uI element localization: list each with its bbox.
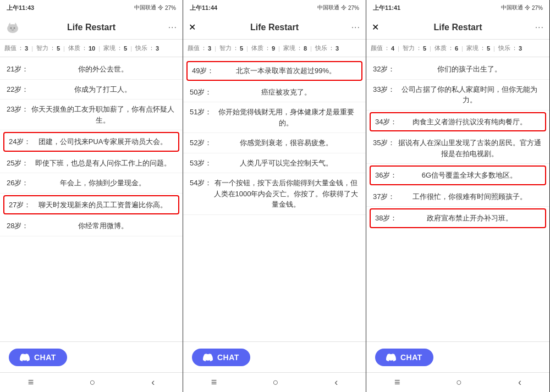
nav-home-1[interactable]: ○: [90, 377, 96, 388]
stats-bar-2: 颜值 ： 3 | 智力 ： 5 | 体质 ： 9 | 家境 ： 8 | 快乐 ：…: [183, 40, 366, 57]
discord-icon-3: [386, 354, 396, 361]
event-age: 36岁：: [375, 170, 398, 181]
content-area-2: 49岁：北京一本录取率首次超过99%。50岁：癌症被攻克了。51岁：你开始觉得钱…: [183, 57, 366, 341]
event-age: 51岁：: [190, 107, 213, 128]
nav-back-2[interactable]: ‹: [334, 377, 338, 388]
event-text: 工作很忙，你很难有时间照顾孩子。: [396, 191, 543, 202]
phone-panel-2: 上午11:44 中国联通 令 27% ✕ Life Restart ··· 颜值…: [183, 0, 366, 392]
event-text: 你们的孩子出生了。: [396, 64, 543, 75]
event-age: 23岁：: [7, 104, 30, 125]
bottom-bar-3: CHAT: [366, 341, 549, 372]
discord-icon-2: [203, 354, 213, 361]
svg-point-4: [14, 27, 15, 29]
app-title-1: Life Restart: [67, 23, 116, 32]
event-age: 37岁：: [373, 191, 396, 202]
event-age: 54岁：: [190, 178, 213, 210]
nav-menu-3[interactable]: ≡: [394, 377, 400, 388]
event-text: 有一个按钮，按下去后你能得到大量金钱，但人类在1000年内会灭亡。你按了。你获得…: [213, 178, 359, 210]
stats-bar-3: 颜值 ： 4 | 智力 ： 5 | 体质 ： 6 | 家境 ： 5 | 快乐 ：…: [366, 40, 549, 57]
status-time-1: 上午11:43: [7, 4, 34, 12]
list-item: 37岁：工作很忙，你很难有时间照顾孩子。: [366, 187, 549, 207]
status-bar-2: 上午11:44 中国联通 令 27%: [183, 0, 366, 15]
event-text: 6G信号覆盖全球大多数地区。: [398, 170, 541, 181]
event-text: 你经常用微博。: [30, 220, 176, 231]
cat-avatar-1: [6, 20, 20, 35]
list-item: 35岁：据说有人在深山里发现了古装的居民。官方通报是在拍电视剧。: [366, 133, 549, 164]
bottom-bar-1: CHAT: [0, 341, 183, 372]
status-time-3: 上午11:41: [373, 4, 400, 12]
chat-button-1[interactable]: CHAT: [9, 349, 67, 366]
event-text: 团建，公司找来PUA专家展开动员大会。: [32, 136, 174, 147]
event-text: 人类几乎可以完全控制天气。: [213, 158, 359, 169]
nav-home-3[interactable]: ○: [456, 377, 462, 388]
chat-label-2: CHAT: [217, 353, 239, 362]
event-age: 28岁：: [7, 220, 30, 231]
more-button-3[interactable]: ···: [535, 23, 544, 32]
event-text: 年会上，你抽到少量现金。: [30, 178, 176, 189]
event-text: 你的外公去世。: [30, 64, 176, 75]
discord-icon-1: [20, 354, 30, 361]
content-area-1: 21岁：你的外公去世。22岁：你成为了打工人。23岁：你天天摸鱼的工友升职加薪了…: [0, 57, 183, 341]
event-text: 公司占据了你的私人家庭时间，但你无能为力。: [396, 84, 543, 106]
event-age: 25岁：: [7, 158, 30, 169]
list-item: 51岁：你开始觉得钱财无用，身体健康才是最重要的。: [183, 102, 366, 133]
chat-label-3: CHAT: [400, 353, 422, 362]
list-item: 36岁：6G信号覆盖全球大多数地区。: [370, 165, 546, 185]
event-age: 50岁：: [190, 87, 213, 98]
nav-menu-1[interactable]: ≡: [28, 377, 34, 388]
event-age: 26岁：: [7, 178, 30, 189]
event-age: 52岁：: [190, 137, 213, 148]
list-item: 33岁：公司占据了你的私人家庭时间，但你无能为力。: [366, 80, 549, 111]
svg-point-3: [10, 27, 12, 29]
nav-bar-2: ≡ ○ ‹: [183, 372, 366, 392]
app-header-3: ✕ Life Restart ···: [366, 15, 549, 40]
event-text: 你天天摸鱼的工友升职加薪了，你有点怀疑人生。: [30, 104, 176, 125]
nav-menu-2[interactable]: ≡: [211, 377, 217, 388]
event-age: 22岁：: [7, 84, 30, 95]
list-item: 54岁：有一个按钮，按下去后你能得到大量金钱，但人类在1000年内会灭亡。你按了…: [183, 173, 366, 215]
chat-button-2[interactable]: CHAT: [192, 349, 250, 366]
event-text: 北京一本录取率首次超过99%。: [215, 65, 357, 76]
more-button-2[interactable]: ···: [351, 23, 360, 32]
list-item: 50岁：癌症被攻克了。: [183, 82, 366, 103]
event-text: 政府宣布禁止开办补习班。: [398, 213, 541, 224]
event-age: 21岁：: [7, 64, 30, 75]
status-signal-1: 中国联通 令 27%: [134, 4, 176, 12]
app-header-1: Life Restart ···: [0, 15, 183, 40]
list-item: 24岁：团建，公司找来PUA专家展开动员大会。: [3, 132, 179, 152]
nav-bar-3: ≡ ○ ‹: [366, 372, 549, 392]
close-button-3[interactable]: ✕: [372, 22, 379, 32]
event-text: 你开始觉得钱财无用，身体健康才是最重要的。: [213, 107, 359, 128]
nav-back-1[interactable]: ‹: [151, 377, 155, 388]
close-button-2[interactable]: ✕: [189, 22, 196, 32]
event-age: 53岁：: [190, 158, 213, 169]
svg-point-0: [7, 24, 18, 33]
svg-marker-1: [8, 23, 11, 26]
list-item: 21岁：你的外公去世。: [0, 59, 183, 80]
status-bar-3: 上午11:41 中国联通 令 27%: [366, 0, 549, 15]
nav-back-3[interactable]: ‹: [518, 377, 521, 388]
phone-panel-1: 上午11:43 中国联通 令 27% Life Restart ··· 颜值 ：…: [0, 0, 183, 392]
event-text: 肉食主义者游行抗议没有纯肉餐厅。: [398, 117, 541, 128]
status-signal-2: 中国联通 令 27%: [317, 4, 359, 12]
nav-home-2[interactable]: ○: [273, 377, 279, 388]
event-age: 34岁：: [375, 117, 398, 128]
event-text: 据说有人在深山里发现了古装的居民。官方通报是在拍电视剧。: [396, 137, 543, 159]
app-title-3: Life Restart: [433, 23, 482, 32]
status-signal-3: 中国联通 令 27%: [501, 4, 543, 12]
nav-bar-1: ≡ ○ ‹: [0, 372, 183, 392]
more-button-1[interactable]: ···: [168, 23, 177, 32]
chat-button-3[interactable]: CHAT: [375, 349, 433, 366]
event-text: 你感觉到衰老，很容易疲惫。: [213, 137, 359, 148]
event-age: 27岁：: [9, 200, 32, 211]
list-item: 25岁：即使下班，也总是有人问你工作上的问题。: [0, 153, 183, 174]
event-age: 32岁：: [373, 64, 396, 75]
app-title-2: Life Restart: [250, 23, 299, 32]
cat-icon-1: [6, 20, 20, 35]
list-item: 49岁：北京一本录取率首次超过99%。: [186, 61, 362, 81]
list-item: 27岁：聊天时发现新来的员工工资普遍比你高。: [3, 195, 179, 215]
event-text: 即使下班，也总是有人问你工作上的问题。: [30, 158, 176, 169]
list-item: 38岁：政府宣布禁止开办补习班。: [370, 208, 546, 228]
status-bar-1: 上午11:43 中国联通 令 27%: [0, 0, 183, 15]
event-text: 癌症被攻克了。: [213, 87, 359, 98]
